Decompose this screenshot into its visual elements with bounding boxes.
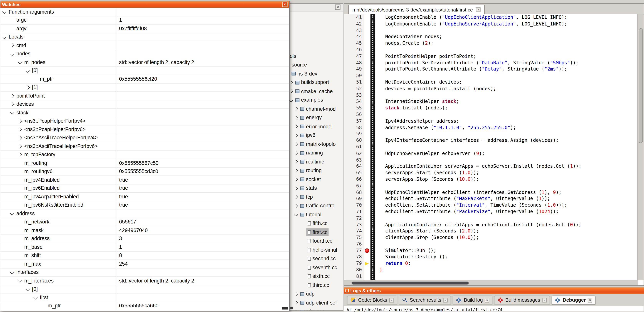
tree-item-main[interactable]: energy <box>299 114 323 122</box>
watch-row[interactable]: m_routingv60x5555555cd3c0 <box>0 167 289 176</box>
line-number[interactable]: 44 <box>344 34 364 40</box>
marker-margin[interactable] <box>364 222 370 228</box>
expander-open-icon[interactable] <box>2 10 6 14</box>
code-line[interactable] <box>370 112 638 118</box>
marker-margin[interactable] <box>364 79 370 86</box>
marker-margin[interactable] <box>364 157 370 163</box>
line-number[interactable]: 56 <box>344 112 364 118</box>
watch-row[interactable]: <ns3::PcapHelperForIpv4> <box>0 117 289 126</box>
expander-open-icon[interactable] <box>10 270 14 274</box>
code-line[interactable] <box>370 27 638 34</box>
watch-row[interactable]: m_nodesstd::vector of length 2, capacity… <box>0 58 289 67</box>
watch-row[interactable]: address <box>0 209 289 218</box>
line-number[interactable]: 50 <box>344 73 364 79</box>
watch-row[interactable]: [0] <box>0 67 289 75</box>
marker-margin[interactable] <box>364 53 370 60</box>
tree-item-main[interactable]: wireless <box>299 308 326 311</box>
watch-row[interactable]: <ns3::AsciiTraceHelperForIpv6> <box>0 142 289 151</box>
code-line[interactable]: echoClient.SetAttribute ("Interval", Tim… <box>370 202 638 209</box>
expander-closed-icon[interactable] <box>294 116 298 120</box>
code-line[interactable]: echoClient.SetAttribute ("PacketSize", U… <box>370 209 638 215</box>
logs-tab-build-messages[interactable]: Build messages× <box>494 296 550 305</box>
logs-tab-code-blocks[interactable]: Code::Blocks× <box>347 296 397 305</box>
line-number[interactable]: 60 <box>344 138 364 144</box>
watch-row[interactable]: [0] <box>0 285 289 294</box>
code-line[interactable]: ApplicationContainer serverApps = echoSe… <box>370 163 638 170</box>
code-line[interactable] <box>370 73 638 79</box>
line-number[interactable]: 76 <box>344 241 364 247</box>
code-line[interactable]: echoClient.SetAttribute ("MaxPackets", U… <box>370 196 638 202</box>
line-number[interactable]: 66 <box>344 176 364 183</box>
code-line[interactable]: pointToPoint.SetDeviceAttribute ("DataRa… <box>370 60 638 66</box>
expander-closed-icon[interactable] <box>10 102 14 106</box>
marker-margin[interactable] <box>364 241 370 247</box>
watch-row[interactable]: m_ipv4ArpJitterEnabledtrue <box>0 193 289 201</box>
close-tab-button[interactable]: × <box>476 7 480 12</box>
marker-margin[interactable] <box>364 138 370 144</box>
expander-closed-icon[interactable] <box>294 195 298 199</box>
expander-open-icon[interactable] <box>289 98 293 102</box>
expander-closed-icon[interactable] <box>294 177 298 181</box>
line-number[interactable]: 55 <box>344 105 364 112</box>
code-line[interactable]: LogComponentEnable ("UdpEchoServerApplic… <box>370 21 638 27</box>
horizontal-scrollbar-thumb[interactable] <box>352 281 469 284</box>
tree-item-main[interactable]: fifth.cc <box>306 219 329 227</box>
expander-open-icon[interactable] <box>10 211 14 215</box>
tree-item-main[interactable]: hello-simul <box>306 246 338 254</box>
code-line[interactable]: stack.Install (nodes); <box>370 105 638 112</box>
expander-open-icon[interactable] <box>34 296 38 300</box>
line-number[interactable]: 71 <box>344 209 364 215</box>
watch-row[interactable]: m_network655617 <box>0 218 289 226</box>
watch-row[interactable]: m_routing0x555555587c50 <box>0 159 289 167</box>
expander-closed-icon[interactable] <box>294 124 298 128</box>
expander-closed-icon[interactable] <box>18 119 22 123</box>
tree-item-main[interactable]: traffic-contro <box>299 202 336 210</box>
watch-row[interactable]: pointToPoint <box>0 92 289 100</box>
code-line[interactable]: InternetStackHelper stack; <box>370 99 638 105</box>
close-tab-button[interactable]: × <box>542 298 547 303</box>
watch-row[interactable]: m_ipv6NsRsJitterEnabledtrue <box>0 201 289 209</box>
line-number[interactable]: 61 <box>344 144 364 151</box>
watch-row[interactable]: m_shift8 <box>0 251 289 260</box>
tree-item-main[interactable]: seventh.cc <box>306 264 338 271</box>
watch-row[interactable]: cmd <box>0 41 289 50</box>
expander-closed-icon[interactable] <box>18 136 22 140</box>
marker-margin[interactable] <box>364 21 370 27</box>
marker-margin[interactable] <box>364 247 370 254</box>
expander-closed-icon[interactable] <box>18 153 22 156</box>
close-watches-button[interactable]: × <box>282 2 288 7</box>
resize-grip[interactable] <box>282 307 288 310</box>
logs-tab-search-results[interactable]: Search results× <box>398 296 451 305</box>
line-number[interactable]: 64 <box>344 163 364 170</box>
watch-row[interactable]: m_ipv6Enabledtrue <box>0 184 289 193</box>
tree-item-main[interactable]: ipv6 <box>299 132 316 139</box>
tree-item-main[interactable]: ns-3-dev <box>290 70 318 78</box>
tree-item-main[interactable]: naming <box>299 149 324 157</box>
line-number[interactable]: 53 <box>344 92 364 99</box>
watch-row[interactable]: first <box>0 294 289 302</box>
tree-item-main[interactable]: examples <box>294 96 324 104</box>
close-project-panel-button[interactable]: × <box>335 4 340 10</box>
expander-closed-icon[interactable] <box>294 301 298 305</box>
marker-margin[interactable] <box>364 118 370 124</box>
marker-margin[interactable] <box>364 267 370 274</box>
marker-margin[interactable] <box>364 273 370 280</box>
line-number[interactable]: 65 <box>344 170 364 176</box>
line-number[interactable]: 81 <box>344 273 364 280</box>
code-line[interactable]: return 0; <box>370 260 638 267</box>
close-tab-button[interactable]: × <box>389 298 394 303</box>
expander-closed-icon[interactable] <box>10 43 14 47</box>
marker-margin[interactable] <box>364 14 370 21</box>
tree-item-main[interactable]: socket <box>299 175 322 183</box>
code-line[interactable]: NetDeviceContainer devices; <box>370 79 638 86</box>
marker-margin[interactable] <box>364 105 370 112</box>
code-line[interactable] <box>370 183 638 189</box>
expander-closed-icon[interactable] <box>294 151 298 155</box>
line-number[interactable]: 70 <box>344 202 364 209</box>
watch-row[interactable]: m_ptr0x5555555ca660 <box>0 302 289 310</box>
marker-margin[interactable] <box>364 163 370 170</box>
watch-row[interactable]: <ns3::PcapHelperForIpv6> <box>0 126 289 134</box>
code-line[interactable] <box>370 241 638 247</box>
code-line[interactable] <box>370 92 638 99</box>
line-number[interactable]: 48 <box>344 60 364 66</box>
